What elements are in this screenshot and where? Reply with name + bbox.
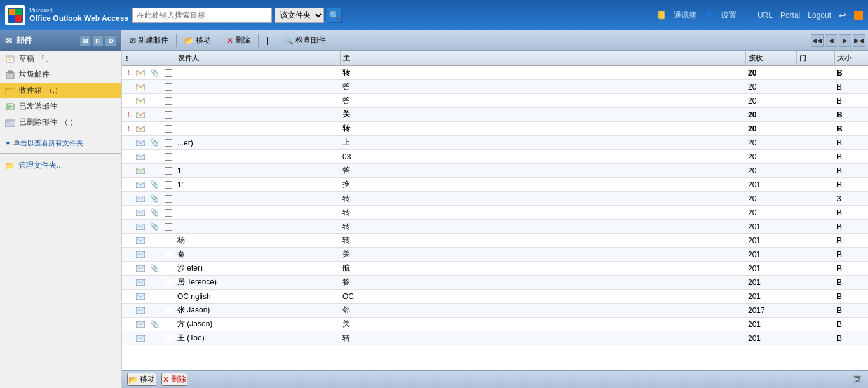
email-attach-9: 📎 (147, 194, 161, 203)
nav-first-button[interactable]: ◀◀ (811, 34, 824, 47)
col-subject[interactable]: 主 (341, 51, 746, 65)
address-book-link[interactable]: 通讯簿 (674, 10, 696, 21)
nav-prev-button[interactable]: ◀ (825, 34, 837, 47)
email-checkbox-12[interactable] (161, 237, 175, 244)
email-row[interactable]: 📎方 (Jason)关201B (122, 318, 868, 331)
email-checkbox-6[interactable] (161, 153, 175, 161)
email-sender-16: OC nglish (175, 292, 341, 301)
nav-last-button[interactable]: ▶◀ (853, 34, 865, 47)
email-checkbox-2[interactable] (161, 97, 175, 105)
email-type-icon-8 (133, 182, 147, 188)
email-row[interactable]: 王 (Toe)转201B (122, 331, 868, 345)
search-scope-select[interactable]: 该文件夹 (275, 8, 324, 23)
bottom-move-button[interactable]: 📂 移动 (127, 373, 156, 386)
email-attach-14: 📎 (147, 264, 161, 272)
email-checkbox-13[interactable] (161, 251, 175, 258)
sidebar-item-4[interactable]: 已删除邮件（ ） (0, 114, 121, 130)
sidebar-item-badge-0: 「」 (38, 54, 52, 64)
email-row[interactable]: 答20B (122, 94, 868, 108)
user-link[interactable]: 设置 (721, 10, 736, 21)
email-row[interactable]: 📎...er)上20B (122, 136, 868, 150)
email-checkbox-7[interactable] (161, 167, 175, 175)
email-row[interactable]: 📎沙 eter)航201B (122, 262, 868, 276)
check-email-button[interactable]: 🔍 检查邮件 (279, 32, 331, 49)
email-checkbox-15[interactable] (161, 279, 175, 286)
email-row[interactable]: 📎转203 (122, 192, 868, 206)
email-checkbox-19[interactable] (161, 335, 175, 342)
email-row[interactable]: 📎1'换201B (122, 178, 868, 192)
email-row[interactable]: 📎转201B (122, 220, 868, 234)
email-checkbox-18[interactable] (161, 321, 175, 328)
email-row[interactable]: 📎转20B (122, 206, 868, 220)
manage-folders-link[interactable]: 📁 管理文件夹... (0, 156, 121, 175)
col-received[interactable]: 接收 (746, 51, 797, 65)
col-size[interactable]: 大小 (835, 51, 867, 65)
email-subject-15: 答 (341, 277, 746, 288)
email-checkbox-1[interactable] (161, 83, 175, 91)
email-received-18: 201 (746, 320, 797, 329)
email-row[interactable]: 张 Jason)邻2017B (122, 304, 868, 318)
view-all-folders-link[interactable]: ▼ 单击以查看所有文件夹 (0, 136, 121, 151)
email-checkbox-8[interactable] (161, 181, 175, 189)
email-row[interactable]: OC nglishOC201B (122, 290, 868, 304)
email-row[interactable]: 0320B (122, 150, 868, 164)
col-type[interactable] (133, 51, 147, 65)
email-checkbox-11[interactable] (161, 223, 175, 231)
sidebar-title: 邮件 (16, 35, 32, 46)
toolbar-sep-3 (258, 34, 259, 47)
email-row[interactable]: 1答20B (122, 164, 868, 178)
sidebar-item-2[interactable]: 收件箱（.） (0, 83, 121, 98)
nav-next-button[interactable]: ▶ (839, 34, 851, 47)
col-attach[interactable] (147, 51, 161, 65)
email-checkbox-10[interactable] (161, 209, 175, 217)
email-row[interactable]: 杨转201B (122, 234, 868, 248)
email-received-7: 20 (746, 166, 797, 175)
email-checkbox-4[interactable] (161, 125, 175, 133)
sidebar-grid-icon[interactable]: ⊞ (92, 35, 104, 46)
sidebar-settings-icon[interactable]: ⚙ (105, 35, 116, 46)
main-toolbar: ✉ 新建邮件 📂 移动 ✕ 删除 | 🔍 检查邮件 ◀◀ ◀ (122, 30, 868, 51)
email-checkbox-14[interactable] (161, 265, 175, 272)
email-checkbox-17[interactable] (161, 307, 175, 314)
col-checkbox[interactable] (161, 51, 175, 65)
delete-button[interactable]: ✕ 删除 (222, 32, 255, 49)
email-row[interactable]: 秦关201B (122, 248, 868, 262)
email-type-icon-15 (133, 279, 147, 286)
search-button[interactable]: 🔍 (327, 8, 342, 23)
col-sender[interactable]: 发件人 (175, 51, 341, 65)
url-link[interactable]: URL (757, 11, 773, 20)
logout-link[interactable]: Logout (808, 11, 831, 20)
portal-link[interactable]: Portal (780, 11, 800, 20)
email-checkbox-0[interactable] (161, 69, 175, 77)
email-row[interactable]: !📎转20B (122, 66, 868, 80)
email-size-10: B (835, 208, 867, 217)
email-checkbox-16[interactable] (161, 293, 175, 300)
svg-rect-11 (5, 88, 10, 90)
svg-rect-5 (6, 56, 14, 62)
sidebar-divider (0, 133, 121, 133)
email-sender-15: 居 Terence) (175, 277, 341, 288)
sidebar-item-0[interactable]: 草稿「」 (0, 51, 121, 67)
new-email-button[interactable]: ✉ 新建邮件 (125, 32, 173, 49)
email-row[interactable]: 居 Terence)答201B (122, 276, 868, 290)
email-received-3: 20 (746, 110, 797, 119)
email-row[interactable]: !关20B (122, 108, 868, 122)
email-row[interactable]: 答20B (122, 80, 868, 94)
bottom-delete-button[interactable]: ✕ 删除 (161, 373, 187, 386)
col-flag[interactable]: ! (123, 51, 133, 65)
email-type-icon-17 (133, 307, 147, 314)
email-checkbox-5[interactable] (161, 139, 175, 147)
email-rows-container: !📎转20B答20B答20B!关20B!转20B📎...er)上20B0320B… (122, 66, 868, 345)
email-checkbox-3[interactable] (161, 111, 175, 119)
content-area: ✉ 新建邮件 📂 移动 ✕ 删除 | 🔍 检查邮件 ◀◀ ◀ (122, 30, 868, 388)
sidebar-item-3[interactable]: 已发送邮件 (0, 98, 121, 114)
search-input[interactable] (132, 8, 272, 23)
email-row[interactable]: !转20B (122, 122, 868, 136)
move-button[interactable]: 📂 移动 (179, 32, 216, 49)
email-checkbox-9[interactable] (161, 195, 175, 203)
sidebar-item-1[interactable]: 垃圾邮件 (0, 67, 121, 83)
minimize-btn[interactable] (854, 11, 863, 20)
sidebar-item-badge-2: （.） (46, 86, 62, 95)
col-extra[interactable]: 门 (797, 51, 835, 65)
sidebar-view-icon[interactable]: ✉ (79, 35, 91, 46)
